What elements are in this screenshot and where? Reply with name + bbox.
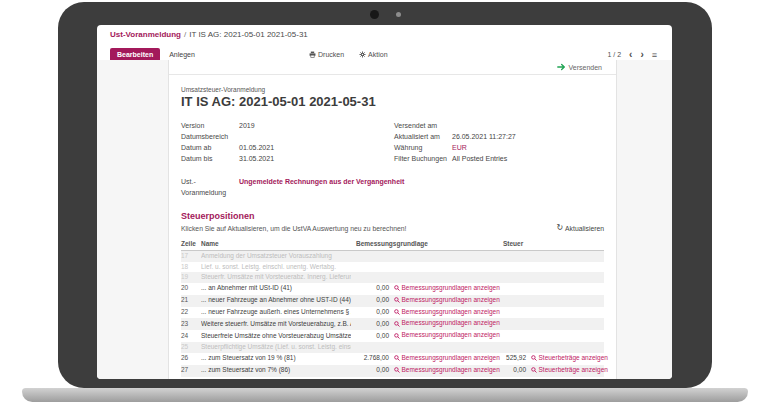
field-value: 2019 bbox=[239, 120, 255, 131]
refresh-button[interactable]: ↻ Aktualisieren bbox=[556, 224, 604, 232]
camera-icon bbox=[370, 10, 379, 19]
row-tax-link-cell: Steuerbeträge anzeigen bbox=[526, 365, 604, 377]
row-line-number: 19 bbox=[181, 272, 201, 283]
show-tax-amounts-link[interactable]: Steuerbeträge anzeigen bbox=[531, 377, 608, 379]
field-label: Datum bis bbox=[181, 153, 239, 164]
show-base-amounts-link[interactable]: Bemessungsgrundlagen anzeigen bbox=[394, 295, 500, 306]
send-button[interactable]: Versenden bbox=[557, 63, 602, 71]
status-bar: Versenden bbox=[169, 60, 616, 75]
row-base-link-cell: Bemessungsgrundlagen anzeigen bbox=[389, 365, 498, 377]
refresh-icon: ↻ bbox=[556, 224, 563, 232]
show-base-amounts-label: Bemessungsgrundlagen anzeigen bbox=[402, 283, 500, 294]
show-base-amounts-label: Bemessungsgrundlagen anzeigen bbox=[402, 353, 500, 364]
row-line-number: 20 bbox=[181, 283, 201, 294]
table-row: 25Steuerpflichtige Umsätze (Lief. u. son… bbox=[181, 342, 604, 353]
row-base-amount: 0,00 bbox=[351, 331, 389, 342]
show-tax-amounts-link[interactable]: Steuerbeträge anzeigen bbox=[531, 353, 608, 364]
field-value: 26.05.2021 11:27:27 bbox=[452, 131, 516, 142]
show-base-amounts-label: Bemessungsgrundlagen anzeigen bbox=[402, 295, 500, 306]
row-name: Weitere steuerfr. Umsätze mit Vorsteuera… bbox=[201, 319, 351, 330]
breadcrumb-current: IT IS AG: 2021-05-01 2021-05-31 bbox=[189, 30, 308, 39]
gear-icon bbox=[359, 51, 366, 58]
field-label: Währung bbox=[394, 142, 452, 153]
show-base-amounts-link[interactable]: Bemessungsgrundlagen anzeigen bbox=[394, 307, 500, 318]
table-row: 18Lief. u. sonst. Leistg. einschl. unent… bbox=[181, 262, 604, 273]
row-line-number: 25 bbox=[181, 342, 201, 353]
unreported-invoices-link[interactable]: Ungemeldete Rechnungen aus der Vergangen… bbox=[239, 176, 404, 198]
magnifier-icon bbox=[531, 367, 537, 373]
row-line-number: 26 bbox=[181, 353, 201, 364]
show-tax-amounts-label: Steuerbeträge anzeigen bbox=[539, 353, 608, 364]
show-base-amounts-link[interactable]: Bemessungsgrundlagen anzeigen bbox=[394, 283, 500, 294]
row-base-amount: 0,00 bbox=[351, 295, 389, 306]
row-base-amount: 0,00 bbox=[351, 283, 389, 294]
laptop-mockup: Ust-Voranmeldung/IT IS AG: 2021-05-01 20… bbox=[0, 0, 770, 402]
table-row: 19Steuerfr. Umsätze mit Vorsteuerabz. In… bbox=[181, 272, 604, 283]
header-name: Name bbox=[201, 238, 351, 250]
breadcrumb-parent-link[interactable]: Ust-Voranmeldung bbox=[110, 30, 181, 39]
show-base-amounts-label: Bemessungsgrundlagen anzeigen bbox=[402, 365, 500, 376]
pager-next-icon[interactable]: › bbox=[640, 50, 643, 60]
show-base-amounts-link[interactable]: Bemessungsgrundlagen anzeigen bbox=[394, 377, 500, 379]
pager-prev-icon[interactable]: ‹ bbox=[629, 50, 632, 60]
table-row: 22... neuer Fahrzeuge außerh. eines Unte… bbox=[181, 307, 604, 319]
field-value[interactable]: EUR bbox=[452, 142, 467, 153]
field-label: Filter Buchungen bbox=[394, 153, 452, 164]
row-name: ... neuer Fahrzeuge außerh. eines Untern… bbox=[201, 307, 351, 318]
table-row: 24Steuerfreie Umsätze ohne Vorsteuerabzu… bbox=[181, 330, 604, 342]
row-base-link-cell: Bemessungsgrundlagen anzeigen bbox=[389, 318, 498, 330]
print-label: Drucken bbox=[318, 51, 344, 58]
ustva-row: Ust.-Voranmeldung Ungemeldete Rechnungen… bbox=[181, 176, 604, 198]
create-button[interactable]: Anlegen bbox=[169, 51, 195, 58]
send-label: Versenden bbox=[569, 64, 602, 71]
row-base-link-cell: Bemessungsgrundlagen anzeigen bbox=[389, 295, 498, 307]
form-sheet: Versenden Umsatzsteuer-Voranmeldung IT I… bbox=[168, 60, 617, 379]
action-label: Aktion bbox=[368, 51, 387, 58]
row-name: ... an Abnehmer mit USt-ID (41) bbox=[201, 283, 351, 294]
table-row: 20... an Abnehmer mit USt-ID (41)0,00Bem… bbox=[181, 283, 604, 295]
magnifier-icon bbox=[394, 297, 400, 303]
row-tax-amount: 0,00 bbox=[498, 377, 526, 379]
show-tax-amounts-label: Steuerbeträge anzeigen bbox=[539, 365, 608, 376]
row-base-link-cell: Bemessungsgrundlagen anzeigen bbox=[389, 353, 498, 365]
show-base-amounts-link[interactable]: Bemessungsgrundlagen anzeigen bbox=[394, 365, 500, 376]
field-label: Versendet am bbox=[394, 120, 452, 131]
content-area: Versenden Umsatzsteuer-Voranmeldung IT I… bbox=[97, 60, 672, 379]
table-body: 17Anmeldung der Umsatzsteuer Vorauszahlu… bbox=[181, 251, 604, 379]
action-button[interactable]: Aktion bbox=[359, 51, 387, 58]
breadcrumb: Ust-Voranmeldung/IT IS AG: 2021-05-01 20… bbox=[97, 25, 672, 45]
row-base-amount: 0,00 bbox=[351, 365, 389, 376]
laptop-bezel: Ust-Voranmeldung/IT IS AG: 2021-05-01 20… bbox=[58, 2, 712, 388]
menu-icon[interactable]: ≡ bbox=[652, 50, 657, 60]
row-name: ... zu anderen Steuersätzen (35 / 36) bbox=[201, 377, 351, 379]
show-base-amounts-label: Bemessungsgrundlagen anzeigen bbox=[402, 377, 500, 379]
row-line-number: 17 bbox=[181, 251, 201, 262]
show-tax-amounts-label: Steuerbeträge anzeigen bbox=[539, 377, 608, 379]
row-base-link-cell: Bemessungsgrundlagen anzeigen bbox=[389, 307, 498, 319]
table-row: 26... zum Steuersatz von 19 % (81)2.768,… bbox=[181, 353, 604, 365]
field-value: All Posted Entries bbox=[452, 153, 507, 164]
row-tax-amount: 525,92 bbox=[498, 353, 526, 364]
show-base-amounts-link[interactable]: Bemessungsgrundlagen anzeigen bbox=[394, 353, 500, 364]
row-base-link-cell: Bemessungsgrundlagen anzeigen bbox=[389, 330, 498, 342]
field-row: WährungEUR bbox=[394, 142, 604, 153]
show-tax-amounts-link[interactable]: Steuerbeträge anzeigen bbox=[531, 365, 608, 376]
record-type-label: Umsatzsteuer-Voranmeldung bbox=[181, 86, 604, 93]
app-window: Ust-Voranmeldung/IT IS AG: 2021-05-01 20… bbox=[97, 25, 672, 379]
magnifier-icon bbox=[394, 321, 400, 327]
print-button[interactable]: Drucken bbox=[309, 51, 344, 58]
field-row: Filter BuchungenAll Posted Entries bbox=[394, 153, 604, 164]
row-line-number: 24 bbox=[181, 331, 201, 342]
row-tax-link-cell: Steuerbeträge anzeigen bbox=[526, 353, 604, 365]
row-line-number: 18 bbox=[181, 262, 201, 273]
row-name: Anmeldung der Umsatzsteuer Vorauszahlung bbox=[201, 251, 351, 262]
show-base-amounts-link[interactable]: Bemessungsgrundlagen anzeigen bbox=[394, 330, 500, 341]
row-name: ... neuer Fahrzeuge an Abnehmer ohne UST… bbox=[201, 295, 351, 306]
row-line-number: 23 bbox=[181, 319, 201, 330]
magnifier-icon bbox=[394, 333, 400, 339]
send-arrow-icon bbox=[557, 63, 566, 71]
show-base-amounts-link[interactable]: Bemessungsgrundlagen anzeigen bbox=[394, 318, 500, 329]
refresh-label: Aktualisieren bbox=[565, 225, 604, 232]
header-steuer: Steuer bbox=[498, 238, 604, 250]
field-label: Version bbox=[181, 120, 239, 131]
